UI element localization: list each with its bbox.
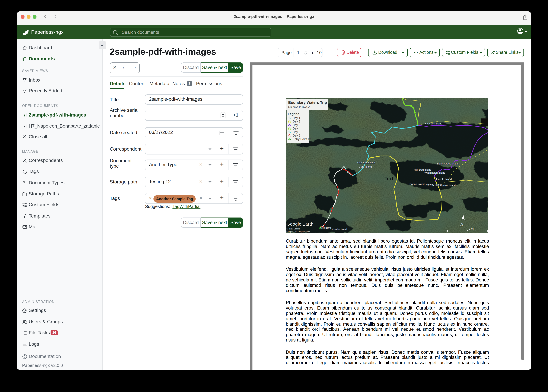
svg-text:Entry Point 24: Entry Point 24 bbox=[293, 137, 311, 141]
svg-text:Image © 2017 DigitalGlobe: Image © 2017 DigitalGlobe bbox=[286, 231, 310, 233]
svg-text:Lincoln Island: Lincoln Island bbox=[436, 178, 452, 181]
svg-text:Six days in BWCA: Six days in BWCA bbox=[288, 105, 310, 108]
svg-text:New York Island: New York Island bbox=[357, 161, 375, 164]
svg-text:Washington Island: Washington Island bbox=[424, 171, 445, 174]
svg-text:Text: Text bbox=[385, 176, 393, 181]
svg-text:Legend: Legend bbox=[288, 112, 299, 116]
svg-text:Day 3: Day 3 bbox=[293, 123, 300, 127]
svg-text:3 mi: 3 mi bbox=[469, 228, 474, 230]
svg-text:Day 4: Day 4 bbox=[293, 127, 300, 130]
svg-text:Indian Grave Island: Indian Grave Island bbox=[436, 162, 458, 165]
svg-text:Mile Island: Mile Island bbox=[321, 226, 332, 229]
svg-text:Day 6: Day 6 bbox=[293, 134, 300, 137]
svg-text:Day 2: Day 2 bbox=[293, 120, 300, 123]
svg-text:Gary Island: Gary Island bbox=[359, 165, 372, 168]
svg-text:Charlies Island: Charlies Island bbox=[332, 228, 347, 231]
svg-text:Day 5: Day 5 bbox=[293, 130, 300, 134]
svg-text:Squirrel Island: Squirrel Island bbox=[440, 184, 456, 187]
svg-text:N: N bbox=[460, 222, 463, 226]
svg-text:GoogleEarth: GoogleEarth bbox=[287, 222, 313, 226]
svg-text:Day 1: Day 1 bbox=[293, 116, 300, 120]
svg-text:Boundary Waters Trip: Boundary Waters Trip bbox=[288, 100, 327, 105]
svg-text:Half Dog Island: Half Dog Island bbox=[414, 168, 431, 171]
svg-text:Hausons Island: Hausons Island bbox=[425, 122, 442, 125]
svg-text:Canoe Island: Canoe Island bbox=[410, 183, 425, 186]
svg-text:© 2017 Google: © 2017 Google bbox=[287, 228, 300, 230]
